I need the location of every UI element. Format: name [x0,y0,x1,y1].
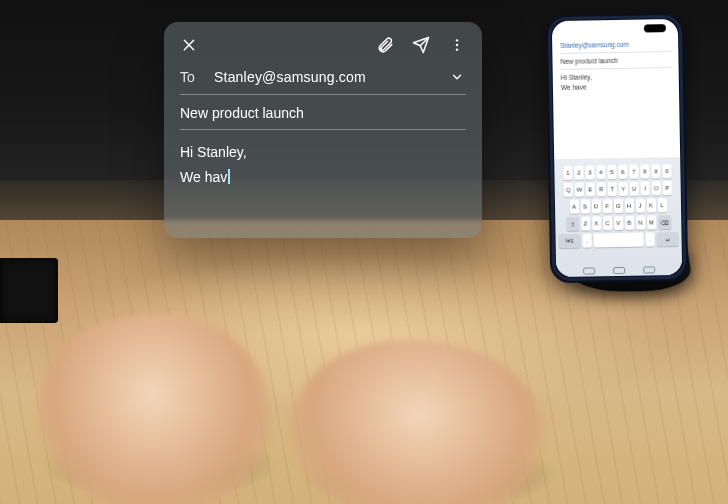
paperclip-icon[interactable] [374,34,396,56]
physical-keyboard-edge [0,258,58,323]
smartphone: Stanley@samsung.com New product launch H… [546,13,689,283]
camera-cutout [644,24,666,32]
svg-point-3 [456,44,458,46]
body-line: We hav [180,165,227,190]
phone-body-line2: We have [561,82,671,91]
subject-field[interactable]: New product launch [164,95,482,129]
phone-to-field: Stanley@samsung.com [560,40,670,49]
text-cursor [228,169,230,184]
to-field[interactable]: Stanley@samsung.com [214,69,436,85]
phone-screen[interactable]: Stanley@samsung.com New product launch H… [552,19,682,277]
to-row[interactable]: To Stanley@samsung.com [164,60,482,94]
more-vertical-icon[interactable] [446,34,468,56]
scene: Stanley@samsung.com New product launch H… [0,0,728,504]
body-field[interactable]: Hi Stanley, We hav [164,130,482,190]
send-icon[interactable] [410,34,432,56]
svg-point-2 [456,39,458,41]
svg-point-4 [456,48,458,50]
phone-compose-view: Stanley@samsung.com New product launch H… [560,37,671,94]
phone-body-line1: Hi Stanley, [561,72,671,81]
body-line: Hi Stanley, [180,140,466,165]
compose-card: To Stanley@samsung.com New product launc… [164,22,482,238]
close-icon[interactable] [178,34,200,56]
phone-onscreen-keyboard[interactable]: 1234567890 QWERTYUIOP ASDFGHJKL ⇧ZXCVBNM… [554,157,682,277]
phone-subject: New product launch [560,56,670,65]
chevron-down-icon[interactable] [448,68,466,86]
phone-nav-bar[interactable] [556,266,682,275]
to-label: To [180,69,202,85]
compose-toolbar [164,22,482,60]
